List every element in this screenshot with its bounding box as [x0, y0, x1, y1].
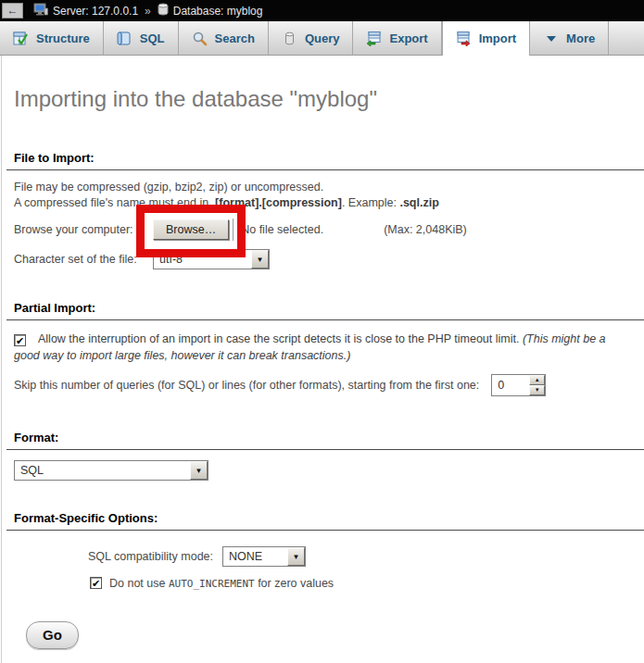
auto-increment-code: AUTO_INCREMENT	[169, 578, 255, 590]
charset-label: Character set of the file:	[14, 253, 153, 266]
auto-increment-text: Do not use AUTO_INCREMENT for zero value…	[109, 577, 334, 590]
tab-label: SQL	[140, 31, 165, 45]
query-icon	[282, 31, 297, 46]
tab-query[interactable]: Query	[269, 21, 354, 56]
charset-select[interactable]: utf-8 ▼	[153, 249, 270, 269]
charset-selected-value: utf-8	[154, 250, 251, 269]
export-icon	[366, 31, 382, 46]
charset-row: Character set of the file: utf-8 ▼	[14, 249, 630, 269]
spinner-down-icon[interactable]: ▼	[529, 385, 545, 395]
spinner-up-icon[interactable]: ▲	[529, 375, 545, 385]
file-input-divider	[233, 219, 234, 241]
format-select[interactable]: SQL ▼	[14, 460, 208, 481]
file-upload-row: Browse your computer: Browse… No file se…	[14, 219, 630, 241]
tab-label: Search	[215, 31, 255, 45]
compression-info-line: File may be compressed (gzip, bzip2, zip…	[14, 181, 630, 194]
auto-increment-checkbox[interactable]: ✔	[90, 577, 102, 589]
chevron-down-icon	[543, 31, 559, 46]
auto-increment-row: ✔ Do not use AUTO_INCREMENT for zero val…	[90, 576, 630, 590]
dropdown-arrow-icon[interactable]: ▼	[287, 547, 305, 566]
browse-button[interactable]: Browse…	[153, 219, 229, 240]
breadcrumb-bar: ← Server: 127.0.0.1 » Database: myblog	[0, 0, 644, 21]
page-title: Importing into the database "myblog"	[14, 86, 630, 112]
skip-queries-row: Skip this number of queries (for SQL) or…	[14, 374, 630, 396]
section-heading-format: Format:	[6, 431, 644, 450]
allow-interruption-checkbox[interactable]: ✔	[14, 334, 26, 346]
section-heading-file-to-import: File to Import:	[6, 151, 644, 170]
skip-queries-label: Skip this number of queries (for SQL) or…	[14, 379, 479, 392]
tab-import[interactable]: Import	[442, 21, 530, 56]
tab-label: Structure	[36, 31, 90, 45]
filename-info-line: A compressed file's name must end in .[f…	[14, 196, 630, 210]
server-icon	[33, 3, 48, 19]
breadcrumb-separator: »	[143, 5, 153, 18]
no-file-selected-text: No file selected.	[241, 223, 323, 236]
max-size-note: (Max: 2,048KiB)	[384, 223, 467, 236]
tab-sql[interactable]: SQL	[104, 21, 179, 56]
tab-label: Import	[479, 31, 516, 45]
tab-export[interactable]: Export	[353, 21, 441, 56]
browse-label: Browse your computer:	[14, 223, 153, 236]
breadcrumb-database[interactable]: Database: myblog	[173, 5, 263, 18]
dropdown-arrow-icon[interactable]: ▼	[190, 461, 208, 480]
sql-icon	[117, 31, 133, 46]
tab-label: Query	[305, 31, 340, 45]
go-button[interactable]: Go	[26, 621, 79, 649]
structure-icon	[13, 31, 29, 46]
sql-compatibility-row: SQL compatibility mode: NONE ▼	[88, 546, 630, 567]
sql-compatibility-value: NONE	[223, 547, 287, 566]
tab-bar: Structure SQL Search Query Export Import	[0, 21, 644, 56]
skip-queries-value: 0	[492, 375, 529, 395]
tab-label: More	[566, 31, 595, 45]
format-compression-bold: .[format].[compression]	[212, 196, 342, 209]
example-bold: .sql.zip	[399, 196, 438, 209]
dropdown-arrow-icon[interactable]: ▼	[251, 250, 269, 269]
allow-interruption-text: Allow the interruption of an import in c…	[38, 332, 523, 345]
section-heading-partial-import: Partial Import:	[6, 301, 644, 320]
breadcrumb-server[interactable]: Server: 127.0.0.1	[53, 5, 138, 18]
sql-compatibility-label: SQL compatibility mode:	[88, 550, 213, 563]
allow-interruption-row: ✔Allow the interruption of an import in …	[14, 331, 630, 364]
tab-label: Export	[389, 31, 427, 45]
back-button[interactable]: ←	[2, 3, 23, 19]
section-heading-format-specific: Format-Specific Options:	[6, 511, 644, 531]
format-selected-value: SQL	[15, 461, 190, 480]
import-page: Importing into the database "myblog" Fil…	[0, 86, 644, 649]
tab-structure[interactable]: Structure	[0, 21, 104, 56]
search-icon	[192, 31, 208, 46]
tab-search[interactable]: Search	[179, 21, 269, 56]
import-icon	[456, 31, 472, 46]
sql-compatibility-select[interactable]: NONE ▼	[222, 546, 306, 567]
format-row: SQL ▼	[14, 459, 630, 482]
database-icon	[158, 3, 169, 19]
skip-queries-input[interactable]: 0 ▲ ▼	[491, 374, 546, 396]
tab-more[interactable]: More	[530, 21, 609, 56]
